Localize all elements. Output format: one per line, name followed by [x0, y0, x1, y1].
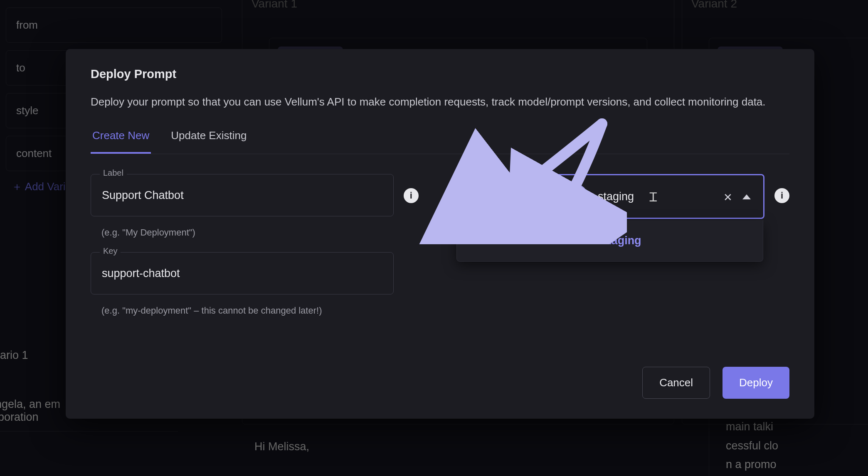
- key-float-label: Key: [100, 246, 121, 256]
- info-icon[interactable]: i: [404, 188, 419, 203]
- deploy-button[interactable]: Deploy: [723, 367, 789, 399]
- key-input[interactable]: [91, 252, 394, 294]
- label-float-label: Label: [100, 168, 127, 178]
- label-input[interactable]: [91, 174, 394, 216]
- tag-label: LATEST: [475, 191, 512, 202]
- key-hint: (e.g. "my-deployment" – this cannot be c…: [91, 299, 394, 330]
- label-hint: (e.g. "My Deployment"): [91, 221, 394, 252]
- right-column: Release Tags LATEST v1.0.0 ✕ Ꮖ ✕ Add sta…: [455, 174, 764, 219]
- tab-label: Update Existing: [171, 129, 247, 142]
- close-icon: ✕: [570, 193, 576, 201]
- modal-tabs: Create New Update Existing: [91, 125, 789, 154]
- key-field-wrap: Key: [91, 252, 394, 294]
- modal-actions: Cancel Deploy: [642, 367, 789, 399]
- info-icon[interactable]: i: [774, 188, 789, 203]
- cancel-button[interactable]: Cancel: [642, 367, 710, 399]
- form-row: Label (e.g. "My Deployment") Key (e.g. "…: [91, 174, 789, 330]
- modal-description: Deploy your prompt so that you can use V…: [91, 93, 789, 110]
- release-tags-dropdown: Add staging: [456, 220, 763, 262]
- tab-create-new[interactable]: Create New: [91, 125, 151, 154]
- release-tags-input[interactable]: Release Tags LATEST v1.0.0 ✕ Ꮖ ✕ Add sta…: [455, 174, 764, 219]
- tag-label: v1.0.0: [537, 191, 564, 202]
- tag-chip-v1[interactable]: v1.0.0 ✕: [527, 184, 588, 209]
- left-column: Label (e.g. "My Deployment") Key (e.g. "…: [91, 174, 394, 330]
- label-field-wrap: Label: [91, 174, 394, 216]
- tag-chip-latest[interactable]: LATEST: [465, 184, 522, 209]
- release-tags-float-label: Release Tags: [466, 169, 523, 178]
- dropdown-add-value[interactable]: staging: [602, 234, 641, 247]
- button-label: Cancel: [659, 376, 693, 389]
- close-icon: ✕: [723, 191, 732, 204]
- modal-title: Deploy Prompt: [91, 67, 789, 81]
- chevron-up-icon[interactable]: [742, 194, 751, 199]
- release-tags-text-input[interactable]: [593, 190, 738, 203]
- button-label: Deploy: [739, 376, 773, 389]
- deploy-prompt-modal: Deploy Prompt Deploy your prompt so that…: [66, 49, 814, 419]
- tab-label: Create New: [92, 129, 149, 142]
- tag-remove-button[interactable]: ✕: [568, 191, 578, 201]
- tab-update-existing[interactable]: Update Existing: [169, 125, 248, 154]
- clear-tags-button[interactable]: ✕: [723, 191, 732, 204]
- dropdown-add-prefix: Add: [578, 234, 602, 247]
